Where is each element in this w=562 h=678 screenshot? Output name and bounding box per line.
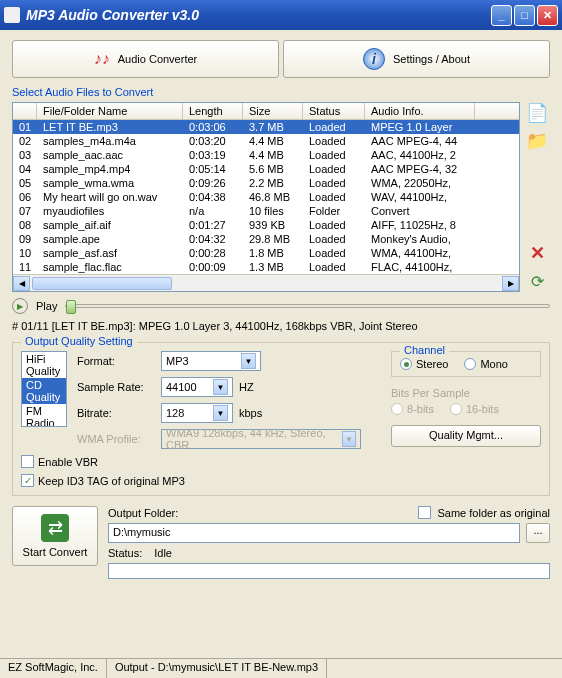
add-folder-icon[interactable]: 📁 (526, 130, 548, 152)
id3-label: Keep ID3 TAG of original MP3 (38, 475, 185, 487)
window-title: MP3 Audio Converter v3.0 (26, 7, 491, 23)
col-name[interactable]: File/Folder Name (37, 103, 183, 119)
start-convert-label: Start Convert (23, 546, 88, 558)
hz-label: HZ (239, 381, 254, 393)
browse-button[interactable]: ... (526, 523, 550, 543)
company-label: EZ SoftMagic, Inc. (0, 659, 107, 678)
settings-about-button[interactable]: i Settings / About (283, 40, 550, 78)
file-table[interactable]: File/Folder Name Length Size Status Audi… (12, 102, 520, 292)
mono-radio[interactable]: Mono (464, 358, 508, 370)
play-label: Play (36, 300, 57, 312)
quality-item[interactable]: HiFi Quality (22, 352, 66, 378)
title-bar: MP3 Audio Converter v3.0 _ □ ✕ (0, 0, 562, 30)
chevron-down-icon[interactable]: ▼ (213, 405, 228, 421)
table-row[interactable]: 05sample_wma.wma0:09:262.2 MBLoadedWMA, … (13, 176, 519, 190)
col-size[interactable]: Size (243, 103, 303, 119)
table-row[interactable]: 02samples_m4a.m4a0:03:204.4 MBLoadedAAC … (13, 134, 519, 148)
quality-item[interactable]: CD Quality (22, 378, 66, 404)
table-header: File/Folder Name Length Size Status Audi… (13, 103, 519, 120)
horizontal-scrollbar[interactable]: ◀ ▶ (13, 274, 519, 291)
channel-legend: Channel (400, 344, 449, 356)
kbps-label: kbps (239, 407, 262, 419)
chevron-down-icon[interactable]: ▼ (241, 353, 256, 369)
start-convert-button[interactable]: ⇄ Start Convert (12, 506, 98, 566)
status-value: Idle (154, 547, 172, 559)
progress-bar (108, 563, 550, 579)
audio-converter-label: Audio Converter (118, 53, 198, 65)
maximize-button[interactable]: □ (514, 5, 535, 26)
same-folder-label: Same folder as original (437, 507, 550, 519)
scroll-thumb[interactable] (32, 277, 172, 290)
8bits-radio: 8-bits (391, 403, 434, 415)
table-row[interactable]: 06My heart will go on.wav0:04:3846.8 MBL… (13, 190, 519, 204)
play-icon[interactable]: ▶ (12, 298, 28, 314)
wma-profile-label: WMA Profile: (77, 433, 155, 445)
table-row[interactable]: 07myaudiofilesn/a10 filesFolderConvert (13, 204, 519, 218)
col-status[interactable]: Status (303, 103, 365, 119)
bits-legend: Bits Per Sample (391, 387, 541, 399)
table-row[interactable]: 11sample_flac.flac0:00:091.3 MBLoadedFLA… (13, 260, 519, 274)
quality-group: Output Quality Setting HiFi QualityCD Qu… (12, 342, 550, 496)
table-row[interactable]: 04sample_mp4.mp40:05:145.6 MBLoadedAAC M… (13, 162, 519, 176)
add-file-icon[interactable]: 📄 (526, 102, 548, 124)
format-label: Format: (77, 355, 155, 367)
16bits-radio: 16-bits (450, 403, 499, 415)
settings-about-label: Settings / About (393, 53, 470, 65)
quality-mgmt-button[interactable]: Quality Mgmt... (391, 425, 541, 447)
output-folder-input[interactable]: D:\mymusic (108, 523, 520, 543)
table-row[interactable]: 09sample.ape0:04:3229.8 MBLoadedMonkey's… (13, 232, 519, 246)
app-icon (4, 7, 20, 23)
quality-legend: Output Quality Setting (21, 335, 137, 347)
table-row[interactable]: 08sample_aif.aif0:01:27939 KBLoadedAIFF,… (13, 218, 519, 232)
table-row[interactable]: 03sample_aac.aac0:03:194.4 MBLoadedAAC, … (13, 148, 519, 162)
quality-list[interactable]: HiFi QualityCD QualityFM Radio QualityAM… (21, 351, 67, 427)
minimize-button[interactable]: _ (491, 5, 512, 26)
wma-profile-select: WMA9 128kbps, 44 kHz, Stereo, CBR▼ (161, 429, 361, 449)
output-folder-label: Output Folder: (108, 507, 178, 519)
quality-item[interactable]: FM Radio Quality (22, 404, 66, 427)
col-info[interactable]: Audio Info. (365, 103, 475, 119)
bitrate-select[interactable]: 128▼ (161, 403, 233, 423)
chevron-down-icon[interactable]: ▼ (213, 379, 228, 395)
col-length[interactable]: Length (183, 103, 243, 119)
close-button[interactable]: ✕ (537, 5, 558, 26)
channel-group: Channel Stereo Mono (391, 351, 541, 377)
music-note-icon: ♪♪ (94, 50, 110, 68)
scroll-left-icon[interactable]: ◀ (13, 276, 30, 291)
refresh-icon[interactable]: ⟳ (526, 270, 548, 292)
slider-thumb[interactable] (66, 300, 76, 314)
status-bar: EZ SoftMagic, Inc. Output - D:\mymusic\L… (0, 658, 562, 678)
table-row[interactable]: 01LET IT BE.mp30:03:063.7 MBLoadedMPEG 1… (13, 120, 519, 134)
play-slider[interactable] (65, 304, 550, 308)
remove-icon[interactable]: ✕ (526, 242, 548, 264)
stereo-radio[interactable]: Stereo (400, 358, 448, 370)
format-select[interactable]: MP3▼ (161, 351, 261, 371)
convert-arrows-icon: ⇄ (41, 514, 69, 542)
file-info-text: # 01/11 [LET IT BE.mp3]: MPEG 1.0 Layer … (12, 320, 550, 332)
select-files-label: Select Audio Files to Convert (12, 86, 550, 98)
vbr-checkbox[interactable] (21, 455, 34, 468)
info-icon: i (363, 48, 385, 70)
table-row[interactable]: 10sample_asf.asf0:00:281.8 MBLoadedWMA, … (13, 246, 519, 260)
bitrate-label: Bitrate: (77, 407, 155, 419)
scroll-right-icon[interactable]: ▶ (502, 276, 519, 291)
output-path-label: Output - D:\mymusic\LET IT BE-New.mp3 (107, 659, 327, 678)
id3-checkbox[interactable]: ✓ (21, 474, 34, 487)
vbr-label: Enable VBR (38, 456, 98, 468)
same-folder-checkbox[interactable] (418, 506, 431, 519)
chevron-down-icon: ▼ (342, 431, 356, 447)
samplerate-select[interactable]: 44100▼ (161, 377, 233, 397)
status-label: Status: (108, 547, 142, 559)
audio-converter-button[interactable]: ♪♪ Audio Converter (12, 40, 279, 78)
samplerate-label: Sample Rate: (77, 381, 155, 393)
